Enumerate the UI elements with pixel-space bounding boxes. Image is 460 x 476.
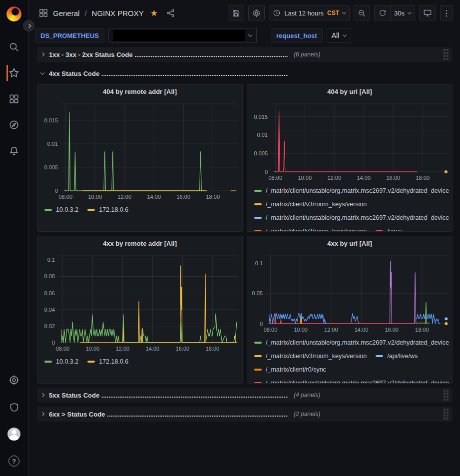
time-range-label: Last 12 hours bbox=[284, 9, 324, 17]
legend-label: /_matrix/client/unstable/org.matrix.msc2… bbox=[266, 339, 449, 346]
legend-label: 10.0.3.2 bbox=[56, 358, 78, 365]
dashboard-toolbar: Last 12 hours CST 30s bbox=[228, 5, 453, 20]
legend-item[interactable]: 172.18.0.6 bbox=[87, 206, 128, 213]
refresh-interval-dropdown[interactable]: 30s bbox=[390, 5, 415, 20]
svg-text:14:00: 14:00 bbox=[355, 327, 369, 333]
dashboard-body: 1xx - 3xx - 2xx Status Code ............… bbox=[28, 45, 460, 476]
legend-item[interactable]: /_matrix/client/v3/room_keys/version bbox=[254, 201, 367, 208]
legend-item[interactable]: 10.0.3.2 bbox=[44, 358, 78, 365]
sidebar-item-server-admin[interactable] bbox=[7, 399, 20, 415]
row-drag-handle[interactable] bbox=[444, 409, 449, 420]
time-range-picker[interactable]: Last 12 hours CST bbox=[269, 5, 350, 20]
panel-title[interactable]: 4xx by remote addr [All] bbox=[37, 236, 242, 251]
legend-item[interactable]: /_matrix/client/unstable/org.matrix.msc2… bbox=[254, 380, 449, 384]
svg-text:0.06: 0.06 bbox=[44, 290, 55, 296]
search-icon[interactable] bbox=[6, 39, 21, 55]
row-5xx[interactable]: 5xx Status Code ........................… bbox=[37, 388, 453, 403]
legend-swatch bbox=[254, 355, 262, 357]
row-title: 6xx > Status Code ......................… bbox=[49, 411, 288, 418]
sidebar-item-starred[interactable] bbox=[6, 65, 21, 81]
legend-item[interactable]: /_matrix/client/unstable/org.matrix.msc2… bbox=[254, 187, 449, 194]
svg-text:0.005: 0.005 bbox=[254, 150, 268, 156]
favorite-star-icon[interactable]: ★ bbox=[150, 8, 158, 18]
sidebar-item-explore[interactable] bbox=[6, 117, 21, 133]
legend-item[interactable]: /_matrix/client/r0/sync bbox=[254, 366, 326, 373]
chart-4xx-by-remote-addr[interactable]: 08:0010:0012:0014:0016:0018:0000.020.040… bbox=[37, 251, 242, 354]
variable-label-request-host[interactable]: request_host bbox=[271, 28, 323, 43]
svg-text:0: 0 bbox=[55, 188, 58, 194]
legend-item[interactable]: /api/live/ws bbox=[376, 353, 418, 360]
panel-title[interactable]: 404 by uri [All] bbox=[247, 84, 452, 99]
save-dashboard-button[interactable] bbox=[228, 5, 244, 20]
zoom-out-time-button[interactable] bbox=[354, 5, 370, 20]
chevron-right-icon bbox=[40, 393, 44, 397]
sidebar-item-configuration[interactable] bbox=[7, 372, 20, 388]
legend-item[interactable]: /_matrix/client/v3/room_keys/version bbox=[254, 228, 367, 232]
legend-row: /_matrix/client/unstable/org.matrix.msc2… bbox=[254, 184, 447, 197]
shield-icon bbox=[9, 402, 19, 413]
datasource-select[interactable] bbox=[108, 28, 257, 43]
row-title: 5xx Status Code ........................… bbox=[49, 392, 288, 399]
sidebar-expand-button[interactable] bbox=[23, 20, 34, 31]
svg-text:08:00: 08:00 bbox=[264, 327, 278, 333]
sidebar-top bbox=[6, 6, 21, 159]
legend-item[interactable]: /_matrix/client/v3/room_keys/version bbox=[254, 353, 367, 360]
row-1xx-3xx-2xx[interactable]: 1xx - 3xx - 2xx Status Code ............… bbox=[37, 47, 453, 62]
kebab-menu-button[interactable]: ⋮ bbox=[440, 5, 453, 20]
variable-label-ds-prometheus[interactable]: DS_PROMETHEUS bbox=[35, 28, 104, 43]
legend-row: /_matrix/client/unstable/org.matrix.msc2… bbox=[254, 376, 447, 383]
legend-label: /_matrix/client/unstable/org.matrix.msc2… bbox=[266, 214, 449, 221]
svg-text:14:00: 14:00 bbox=[147, 194, 161, 200]
row-4xx[interactable]: 4xx Status Code ........................… bbox=[37, 66, 453, 81]
row-6xx[interactable]: 6xx > Status Code ......................… bbox=[37, 407, 453, 422]
grafana-logo-icon[interactable] bbox=[6, 6, 21, 22]
gear-icon bbox=[8, 375, 19, 386]
row-drag-handle[interactable] bbox=[444, 49, 449, 60]
compass-icon bbox=[8, 119, 19, 130]
svg-text:16:00: 16:00 bbox=[176, 346, 190, 352]
legend-label: /_matrix/client/v3/room_keys/version bbox=[266, 201, 367, 208]
breadcrumb-section[interactable]: General bbox=[53, 9, 79, 17]
chart-404-by-uri[interactable]: 08:0010:0012:0014:0016:0018:0000.0050.01… bbox=[247, 99, 452, 183]
panel-title[interactable]: 4xx by uri [All] bbox=[247, 236, 452, 251]
legend-label: /_matrix/client/unstable/org.matrix.msc2… bbox=[266, 380, 449, 384]
svg-text:18:00: 18:00 bbox=[416, 175, 430, 181]
row-drag-handle[interactable] bbox=[444, 390, 449, 401]
svg-text:0: 0 bbox=[260, 321, 263, 327]
svg-text:0: 0 bbox=[52, 340, 55, 346]
row-panel-count: (2 panels) bbox=[294, 411, 320, 418]
legend-swatch bbox=[254, 382, 262, 384]
refresh-button[interactable] bbox=[374, 5, 390, 20]
legend-item[interactable]: 10.0.3.2 bbox=[44, 206, 78, 213]
help-icon: ? bbox=[8, 456, 19, 467]
legend-item[interactable]: 172.18.0.6 bbox=[87, 358, 128, 365]
kebab-icon: ⋮ bbox=[443, 8, 451, 18]
legend-item[interactable]: /_matrix/client/unstable/org.matrix.msc2… bbox=[254, 339, 449, 346]
chart-legend: 10.0.3.2172.18.0.6 bbox=[37, 354, 242, 383]
legend-swatch bbox=[254, 369, 262, 371]
chevron-down-icon bbox=[40, 70, 44, 74]
sidebar-item-help[interactable]: ? bbox=[7, 453, 20, 469]
chart-404-by-remote-addr[interactable]: 08:0010:0012:0014:0016:0018:0000.0050.01… bbox=[37, 99, 242, 202]
chart-4xx-by-uri[interactable]: 08:0010:0012:0014:0016:0018:0000.050.1 bbox=[247, 251, 452, 335]
avatar bbox=[7, 428, 20, 441]
legend-label: 10.0.3.2 bbox=[56, 206, 78, 213]
svg-text:08:00: 08:00 bbox=[268, 175, 282, 181]
chevron-down-icon bbox=[342, 10, 346, 14]
page-title[interactable]: NGINX PROXY bbox=[92, 9, 144, 17]
panel-grid-row2: 4xx by remote addr [All] 08:0010:0012:00… bbox=[37, 236, 453, 384]
legend-item[interactable]: /_matrix/client/unstable/org.matrix.msc2… bbox=[254, 214, 449, 221]
legend-row: /_matrix/client/unstable/org.matrix.msc2… bbox=[254, 211, 447, 224]
panel-title[interactable]: 404 by remote addr [All] bbox=[37, 84, 242, 99]
legend-swatch bbox=[44, 361, 52, 363]
legend-item[interactable]: /sw.js bbox=[376, 228, 403, 232]
share-icon[interactable] bbox=[166, 8, 175, 17]
request-host-select[interactable]: All bbox=[327, 28, 352, 43]
sidebar-item-profile[interactable] bbox=[7, 426, 20, 442]
sidebar-item-alerting[interactable] bbox=[6, 143, 21, 159]
refresh-group: 30s bbox=[374, 5, 415, 20]
tv-mode-button[interactable] bbox=[419, 5, 436, 20]
chart-legend: /_matrix/client/unstable/org.matrix.msc2… bbox=[247, 335, 452, 383]
dashboard-settings-button[interactable] bbox=[248, 5, 265, 20]
sidebar-item-dashboards[interactable] bbox=[6, 91, 21, 107]
